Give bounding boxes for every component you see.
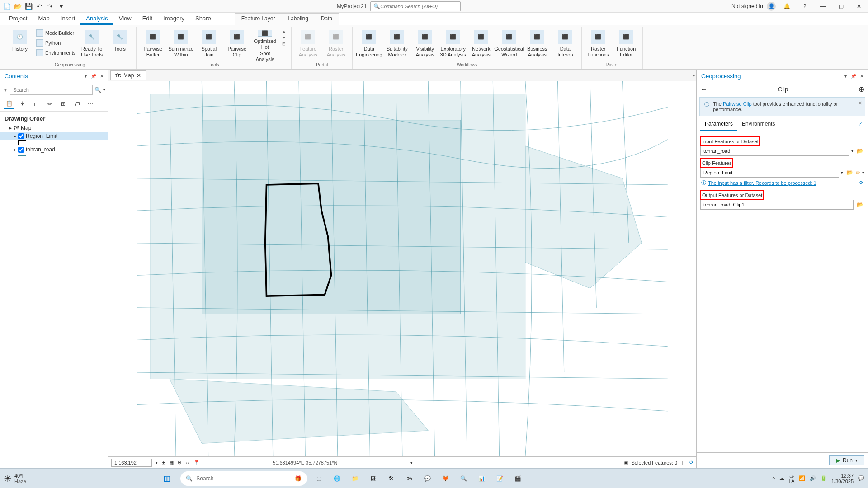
list-by-selection-icon[interactable]: ◻ <box>31 99 42 109</box>
clip-features-field[interactable] <box>700 168 839 178</box>
add-icon[interactable]: ⊕ <box>859 85 864 94</box>
app-icon[interactable]: 📊 <box>473 470 490 487</box>
menu-view[interactable]: View <box>113 13 137 25</box>
ribbon-button[interactable]: ⬛Exploratory3D Analysis <box>439 28 467 61</box>
app-icon[interactable]: 🎬 <box>509 470 526 487</box>
ctx-data[interactable]: Data <box>315 14 339 25</box>
pause-drawing-icon[interactable]: ⏸ <box>681 460 686 465</box>
language-indicator[interactable]: FA <box>789 479 794 483</box>
run-button[interactable]: ▶ Run ▾ <box>829 455 864 465</box>
close-pane-icon[interactable]: ✕ <box>858 73 865 80</box>
dropdown-icon[interactable]: ▾ <box>841 170 843 175</box>
map-tab[interactable]: 🗺 Map ✕ <box>110 70 146 80</box>
dropdown-icon[interactable]: ▾ <box>862 170 864 175</box>
ribbon-button[interactable]: 🔧Tools <box>106 28 133 61</box>
layer-visibility-checkbox[interactable] <box>18 133 24 139</box>
search-dropdown-icon[interactable]: ▾ <box>103 88 105 92</box>
list-by-snapping-icon[interactable]: ⊞ <box>58 99 69 109</box>
app-icon[interactable]: 💬 <box>419 470 435 487</box>
notifications-icon[interactable]: 💬 <box>858 475 864 481</box>
save-icon[interactable]: 💾 <box>24 1 33 11</box>
ribbon-button[interactable]: ModelBuilder <box>34 28 77 38</box>
ctx-labeling[interactable]: Labeling <box>281 14 314 25</box>
contents-search-input[interactable] <box>10 85 93 95</box>
search-icon[interactable]: 🔍 <box>94 87 101 93</box>
menu-imagery[interactable]: Imagery <box>158 13 190 25</box>
browse-icon[interactable]: 📂 <box>855 200 864 209</box>
ribbon-button[interactable]: ⬛FeatureAnalysis <box>294 28 321 61</box>
user-icon[interactable]: 👤 <box>767 2 776 11</box>
start-button[interactable]: ⊞ <box>159 470 175 487</box>
ribbon-button[interactable]: ⬛PairwiseBuffer <box>139 28 166 61</box>
app-icon[interactable]: 🔍 <box>455 470 472 487</box>
ribbon-button[interactable]: ⬛BusinessAnalysis <box>524 28 551 61</box>
dropdown-icon[interactable]: ▾ <box>851 149 854 153</box>
expand-icon[interactable]: ▸ <box>14 146 16 153</box>
refresh-icon[interactable]: ⟳ <box>689 460 693 465</box>
qat-dropdown[interactable]: ▾ <box>56 1 66 11</box>
clock-time[interactable]: 12:37 <box>831 473 854 479</box>
ribbon-button[interactable]: ⬛PairwiseClip <box>223 28 250 61</box>
ribbon-button[interactable]: ⬛RasterAnalysis <box>322 28 349 61</box>
back-icon[interactable]: ← <box>700 85 708 94</box>
map-canvas[interactable] <box>108 81 696 456</box>
task-view-icon[interactable]: ▢ <box>311 470 327 487</box>
onedrive-icon[interactable]: ☁ <box>779 475 784 481</box>
list-by-editing-icon[interactable]: ✏ <box>44 99 55 109</box>
list-by-source-icon[interactable]: 🗄 <box>17 99 28 109</box>
ribbon-button[interactable]: Python <box>34 38 77 48</box>
tab-parameters[interactable]: Parameters <box>700 118 737 131</box>
ribbon-button[interactable]: ⬛SuitabilityModeler <box>383 28 410 61</box>
tabs-dropdown-icon[interactable]: ▾ <box>692 72 696 79</box>
dismiss-info-icon[interactable]: ✕ <box>858 100 862 106</box>
new-project-icon[interactable]: 📄 <box>2 1 12 11</box>
status-tool-icon[interactable]: ⊕ <box>177 460 181 465</box>
ribbon-button[interactable]: ⬛DataEngineering <box>355 28 382 61</box>
menu-project[interactable]: Project <box>4 13 33 25</box>
menu-map[interactable]: Map <box>33 13 55 25</box>
app-icon[interactable]: 🖼 <box>365 470 381 487</box>
status-tool-icon[interactable]: ⊞ <box>161 460 165 465</box>
command-search-input[interactable] <box>380 4 458 9</box>
ribbon-button[interactable]: ⬛FunctionEditor <box>613 28 640 61</box>
edit-feature-icon[interactable]: ✏ <box>856 169 860 176</box>
filter-icon[interactable]: ▼ <box>3 87 8 93</box>
collapse-icon[interactable]: ▾ <box>842 73 849 80</box>
undo-icon[interactable]: ↶ <box>34 1 44 11</box>
tab-environments[interactable]: Environments <box>737 118 779 131</box>
menu-share[interactable]: Share <box>190 13 217 25</box>
run-dropdown-icon[interactable]: ▾ <box>855 458 858 463</box>
firefox-icon[interactable]: 🦊 <box>437 470 453 487</box>
browse-icon[interactable]: 📂 <box>845 168 854 177</box>
ribbon-button[interactable]: ⬛GeostatisticalWizard <box>495 28 523 61</box>
volume-icon[interactable]: 🔊 <box>810 475 816 481</box>
ribbon-button[interactable]: Environments <box>34 48 77 58</box>
list-by-labeling-icon[interactable]: 🏷 <box>71 99 82 109</box>
layer-symbol-region[interactable] <box>18 140 26 145</box>
menu-edit[interactable]: Edit <box>137 13 158 25</box>
status-tool-icon[interactable]: 📍 <box>193 460 200 465</box>
filter-message[interactable]: ⓘ The input has a filter. Records to be … <box>700 178 864 188</box>
battery-icon[interactable]: 🔋 <box>821 475 827 481</box>
pin-icon[interactable]: 📌 <box>90 73 97 80</box>
scale-input[interactable]: 1:163,192 <box>111 459 152 467</box>
menu-analysis[interactable]: Analysis <box>80 13 113 25</box>
input-features-field[interactable] <box>700 146 849 156</box>
toc-layer-region[interactable]: ▸ Region_Limit <box>0 132 108 140</box>
status-tool-icon[interactable]: ↔ <box>185 460 190 465</box>
toc-map[interactable]: ▸ 🗺 Map <box>0 124 108 132</box>
ribbon-button[interactable]: ⬛RasterFunctions <box>585 28 612 61</box>
store-icon[interactable]: 🛍 <box>401 470 417 487</box>
toc-more-icon[interactable]: ⋯ <box>85 99 96 109</box>
close-button[interactable]: ✕ <box>852 1 866 11</box>
scale-dropdown-icon[interactable]: ▾ <box>156 460 158 465</box>
ribbon-button[interactable]: 🔧Ready ToUse Tools <box>78 28 105 61</box>
ctx-feature-layer[interactable]: Feature Layer <box>235 14 282 25</box>
ribbon-button[interactable]: ⬛VisibilityAnalysis <box>411 28 439 61</box>
app-icon[interactable]: 🛠 <box>383 470 399 487</box>
ribbon-button[interactable]: ⬛SummarizeWithin <box>167 28 194 61</box>
clock-date[interactable]: 1/30/2025 <box>831 479 854 484</box>
refresh-filter-icon[interactable]: ⟳ <box>859 180 863 186</box>
pin-icon[interactable]: 📌 <box>850 73 857 80</box>
word-icon[interactable]: 📝 <box>491 470 508 487</box>
